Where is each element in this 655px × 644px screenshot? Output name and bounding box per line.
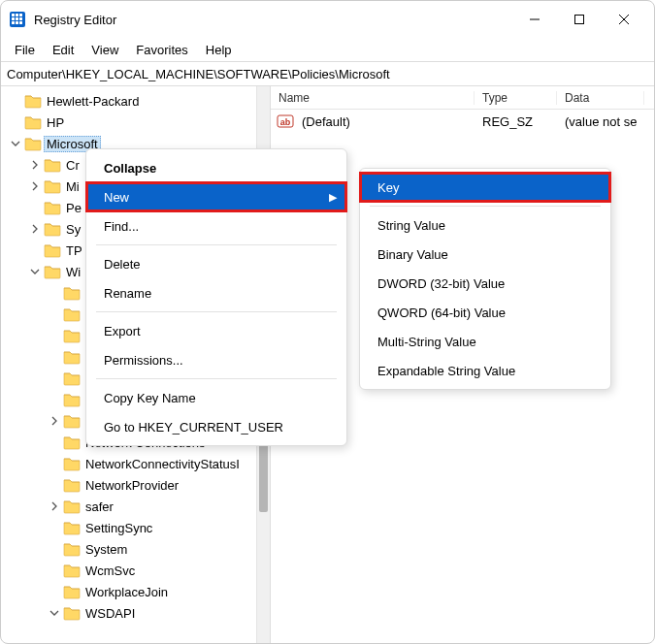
context-menu-item[interactable]: Expandable String Value bbox=[360, 356, 610, 385]
folder-icon bbox=[44, 157, 61, 173]
list-header: Name Type Data bbox=[271, 86, 654, 110]
tree-row[interactable]: SettingSync bbox=[3, 517, 270, 538]
menubar: File Edit View Favorites Help bbox=[1, 38, 654, 61]
context-menu-label: Binary Value bbox=[377, 247, 448, 262]
folder-icon bbox=[63, 605, 81, 621]
context-menu-label: DWORD (32-bit) Value bbox=[377, 276, 505, 291]
context-menu-item[interactable]: New▶ bbox=[86, 182, 346, 211]
context-menu-item[interactable]: Delete bbox=[86, 249, 346, 278]
svg-rect-8 bbox=[16, 21, 18, 24]
context-menu-item[interactable]: Export bbox=[86, 316, 346, 345]
folder-icon bbox=[63, 370, 81, 386]
svg-rect-3 bbox=[19, 14, 22, 16]
context-menu-item[interactable]: String Value bbox=[360, 210, 610, 240]
context-menu-label: Copy Key Name bbox=[104, 391, 196, 405]
chevron-right-icon[interactable] bbox=[28, 158, 42, 172]
chevron-down-icon[interactable] bbox=[9, 137, 22, 150]
chevron-right-icon[interactable] bbox=[28, 222, 42, 236]
context-menu-label: Collapse bbox=[104, 161, 156, 176]
folder-icon bbox=[63, 563, 81, 578]
folder-icon bbox=[63, 413, 81, 429]
col-type[interactable]: Type bbox=[475, 91, 557, 105]
close-button[interactable] bbox=[602, 4, 646, 35]
tree-row[interactable]: HP bbox=[3, 112, 270, 133]
tree-row[interactable]: System bbox=[3, 538, 270, 560]
window-title: Registry Editor bbox=[34, 13, 116, 27]
tree-item-label: Wi bbox=[63, 264, 83, 280]
tree-item-label: SettingSync bbox=[82, 520, 155, 536]
context-menu-item[interactable]: DWORD (32-bit) Value bbox=[360, 269, 610, 298]
tree-row[interactable]: WcmSvc bbox=[3, 560, 270, 581]
context-menu: CollapseNew▶Find...DeleteRenameExportPer… bbox=[85, 148, 347, 446]
chevron-right-icon[interactable] bbox=[28, 179, 42, 193]
context-menu-label: Delete bbox=[104, 257, 141, 272]
tree-row[interactable]: WSDAPI bbox=[3, 602, 270, 624]
context-menu-item[interactable]: Rename bbox=[86, 278, 346, 307]
context-menu-item[interactable]: Find... bbox=[86, 211, 346, 241]
folder-icon bbox=[24, 114, 42, 130]
folder-icon bbox=[63, 285, 81, 301]
tree-row[interactable]: NetworkProvider bbox=[3, 474, 270, 496]
svg-rect-6 bbox=[19, 17, 22, 20]
context-menu-item[interactable]: Key bbox=[360, 173, 610, 202]
context-menu-label: Expandable String Value bbox=[377, 364, 515, 378]
tree-item-label: System bbox=[82, 541, 130, 558]
menu-edit[interactable]: Edit bbox=[45, 41, 82, 59]
context-submenu-new: KeyString ValueBinary ValueDWORD (32-bit… bbox=[359, 168, 611, 390]
chevron-right-icon[interactable] bbox=[48, 499, 61, 513]
maximize-button[interactable] bbox=[557, 4, 602, 35]
folder-icon bbox=[24, 93, 42, 109]
context-menu-item[interactable]: Multi-String Value bbox=[360, 327, 610, 356]
svg-rect-4 bbox=[12, 17, 15, 20]
menu-separator bbox=[96, 311, 337, 312]
tree-row[interactable]: safer bbox=[3, 496, 270, 517]
tree-row[interactable]: NetworkConnectivityStatusI bbox=[3, 453, 270, 474]
minimize-button[interactable] bbox=[512, 4, 557, 35]
svg-rect-5 bbox=[16, 17, 18, 20]
context-menu-label: Find... bbox=[104, 219, 139, 234]
submenu-arrow-icon: ▶ bbox=[329, 191, 337, 204]
folder-icon bbox=[63, 541, 81, 557]
chevron-down-icon[interactable] bbox=[28, 265, 42, 278]
menu-separator bbox=[96, 378, 337, 379]
menu-file[interactable]: File bbox=[7, 41, 43, 59]
list-row[interactable]: ab (Default) REG_SZ (value not se bbox=[271, 110, 654, 133]
menu-separator bbox=[96, 244, 337, 245]
tree-item-label: Mi bbox=[63, 178, 82, 195]
tree-item-label: NetworkConnectivityStatusI bbox=[82, 456, 243, 472]
tree-row[interactable]: WorkplaceJoin bbox=[3, 581, 270, 602]
context-menu-item[interactable]: Permissions... bbox=[86, 345, 346, 374]
context-menu-item[interactable]: QWORD (64-bit) Value bbox=[360, 298, 610, 327]
svg-text:ab: ab bbox=[280, 117, 291, 127]
folder-icon bbox=[63, 456, 81, 471]
menu-help[interactable]: Help bbox=[198, 41, 240, 59]
chevron-right-icon[interactable] bbox=[48, 414, 61, 428]
context-menu-label: String Value bbox=[377, 218, 445, 233]
cell-data: (value not se bbox=[557, 114, 644, 129]
tree-item-label: WorkplaceJoin bbox=[82, 584, 171, 600]
col-name[interactable]: Name bbox=[271, 91, 475, 105]
context-menu-label: Export bbox=[104, 324, 141, 338]
string-value-icon: ab bbox=[277, 113, 294, 130]
folder-icon bbox=[44, 242, 61, 258]
col-data[interactable]: Data bbox=[557, 91, 644, 105]
menu-separator bbox=[370, 206, 601, 207]
context-menu-item[interactable]: Go to HKEY_CURRENT_USER bbox=[86, 412, 346, 441]
context-menu-item[interactable]: Collapse bbox=[86, 153, 346, 182]
context-menu-item[interactable]: Binary Value bbox=[360, 240, 610, 269]
context-menu-item[interactable]: Copy Key Name bbox=[86, 383, 346, 412]
menu-view[interactable]: View bbox=[83, 41, 126, 59]
context-menu-label: Multi-String Value bbox=[377, 335, 476, 349]
svg-rect-1 bbox=[12, 14, 15, 16]
tree-row[interactable]: Hewlett-Packard bbox=[3, 90, 270, 112]
folder-icon bbox=[63, 477, 81, 493]
address-bar[interactable]: Computer\HKEY_LOCAL_MACHINE\SOFTWARE\Pol… bbox=[1, 61, 654, 86]
chevron-down-icon[interactable] bbox=[48, 606, 61, 620]
tree-item-label: WcmSvc bbox=[82, 563, 138, 579]
folder-icon bbox=[63, 392, 81, 407]
tree-item-label: NetworkProvider bbox=[82, 477, 181, 494]
svg-rect-9 bbox=[19, 21, 22, 24]
menu-favorites[interactable]: Favorites bbox=[128, 41, 195, 59]
titlebar: Registry Editor bbox=[1, 1, 654, 38]
context-menu-label: Go to HKEY_CURRENT_USER bbox=[104, 420, 283, 435]
